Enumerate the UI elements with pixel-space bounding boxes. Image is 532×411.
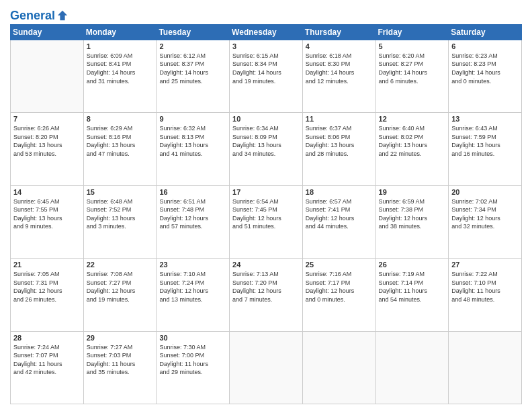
calendar-cell: 30Sunrise: 7:30 AM Sunset: 7:00 PM Dayli… — [157, 331, 230, 404]
day-info: Sunrise: 6:40 AM Sunset: 8:02 PM Dayligh… — [379, 124, 446, 158]
calendar-cell: 6Sunrise: 6:23 AM Sunset: 8:23 PM Daylig… — [449, 40, 522, 112]
day-info: Sunrise: 6:45 AM Sunset: 7:55 PM Dayligh… — [13, 197, 81, 231]
day-number: 4 — [306, 42, 373, 50]
day-number: 23 — [159, 261, 226, 269]
calendar-cell: 19Sunrise: 6:59 AM Sunset: 7:38 PM Dayli… — [375, 185, 449, 258]
day-number: 16 — [159, 188, 226, 196]
logo-text: General — [10, 9, 55, 23]
calendar-week-1: 1Sunrise: 6:09 AM Sunset: 8:41 PM Daylig… — [11, 40, 522, 112]
day-number: 21 — [13, 261, 81, 269]
day-number: 17 — [232, 188, 300, 196]
day-info: Sunrise: 6:51 AM Sunset: 7:48 PM Dayligh… — [159, 197, 226, 231]
day-number: 24 — [232, 261, 300, 269]
day-info: Sunrise: 6:18 AM Sunset: 8:30 PM Dayligh… — [306, 52, 373, 85]
day-info: Sunrise: 6:32 AM Sunset: 8:13 PM Dayligh… — [159, 124, 226, 158]
day-info: Sunrise: 7:27 AM Sunset: 7:03 PM Dayligh… — [87, 343, 154, 377]
calendar-cell: 16Sunrise: 6:51 AM Sunset: 7:48 PM Dayli… — [157, 185, 230, 258]
calendar-cell — [375, 331, 449, 404]
calendar-cell: 1Sunrise: 6:09 AM Sunset: 8:41 PM Daylig… — [83, 40, 157, 112]
day-info: Sunrise: 6:54 AM Sunset: 7:45 PM Dayligh… — [232, 197, 300, 231]
day-info: Sunrise: 6:23 AM Sunset: 8:23 PM Dayligh… — [451, 52, 519, 85]
day-info: Sunrise: 6:26 AM Sunset: 8:20 PM Dayligh… — [13, 124, 81, 158]
calendar-cell: 9Sunrise: 6:32 AM Sunset: 8:13 PM Daylig… — [157, 113, 230, 185]
day-number: 3 — [232, 42, 300, 50]
calendar-cell — [302, 331, 375, 404]
calendar-cell: 23Sunrise: 7:10 AM Sunset: 7:24 PM Dayli… — [157, 259, 230, 331]
day-info: Sunrise: 6:59 AM Sunset: 7:38 PM Dayligh… — [379, 197, 446, 231]
calendar-cell — [11, 40, 84, 112]
day-number: 27 — [451, 261, 519, 269]
calendar-cell: 12Sunrise: 6:40 AM Sunset: 8:02 PM Dayli… — [375, 113, 449, 185]
day-number: 22 — [87, 261, 154, 269]
day-number: 6 — [451, 42, 519, 50]
day-info: Sunrise: 6:12 AM Sunset: 8:37 PM Dayligh… — [159, 52, 226, 85]
day-info: Sunrise: 6:43 AM Sunset: 7:59 PM Dayligh… — [451, 124, 519, 158]
day-info: Sunrise: 6:29 AM Sunset: 8:16 PM Dayligh… — [87, 124, 154, 158]
calendar-table: SundayMondayTuesdayWednesdayThursdayFrid… — [10, 24, 522, 404]
day-number: 8 — [87, 115, 154, 123]
calendar-cell: 2Sunrise: 6:12 AM Sunset: 8:37 PM Daylig… — [157, 40, 230, 112]
day-info: Sunrise: 7:24 AM Sunset: 7:07 PM Dayligh… — [13, 343, 81, 377]
day-number: 29 — [87, 334, 154, 342]
day-number: 2 — [159, 42, 226, 50]
calendar-cell: 22Sunrise: 7:08 AM Sunset: 7:27 PM Dayli… — [83, 259, 157, 331]
weekday-header-sunday: Sunday — [11, 24, 84, 40]
day-number: 13 — [451, 115, 519, 123]
calendar-cell: 17Sunrise: 6:54 AM Sunset: 7:45 PM Dayli… — [230, 185, 303, 258]
day-number: 10 — [232, 115, 300, 123]
calendar-cell: 3Sunrise: 6:15 AM Sunset: 8:34 PM Daylig… — [230, 40, 303, 112]
calendar-cell: 11Sunrise: 6:37 AM Sunset: 8:06 PM Dayli… — [302, 113, 375, 185]
calendar-cell: 8Sunrise: 6:29 AM Sunset: 8:16 PM Daylig… — [83, 113, 157, 185]
day-number: 26 — [379, 261, 446, 269]
day-info: Sunrise: 7:08 AM Sunset: 7:27 PM Dayligh… — [87, 270, 154, 304]
calendar-cell — [230, 331, 303, 404]
day-info: Sunrise: 6:09 AM Sunset: 8:41 PM Dayligh… — [87, 52, 154, 85]
weekday-header-saturday: Saturday — [449, 24, 522, 40]
weekday-header-thursday: Thursday — [302, 24, 375, 40]
logo: General — [10, 9, 69, 20]
weekday-header-wednesday: Wednesday — [230, 24, 303, 40]
day-info: Sunrise: 7:16 AM Sunset: 7:17 PM Dayligh… — [306, 270, 373, 304]
calendar-cell: 18Sunrise: 6:57 AM Sunset: 7:41 PM Dayli… — [302, 185, 375, 258]
calendar-cell: 7Sunrise: 6:26 AM Sunset: 8:20 PM Daylig… — [11, 113, 84, 185]
day-info: Sunrise: 7:13 AM Sunset: 7:20 PM Dayligh… — [232, 270, 300, 304]
weekday-header-tuesday: Tuesday — [157, 24, 230, 40]
calendar-week-3: 14Sunrise: 6:45 AM Sunset: 7:55 PM Dayli… — [11, 185, 522, 258]
calendar-cell: 27Sunrise: 7:22 AM Sunset: 7:10 PM Dayli… — [449, 259, 522, 331]
calendar-header-row: SundayMondayTuesdayWednesdayThursdayFrid… — [11, 24, 522, 40]
day-number: 5 — [379, 42, 446, 50]
day-number: 15 — [87, 188, 154, 196]
day-info: Sunrise: 6:15 AM Sunset: 8:34 PM Dayligh… — [232, 52, 300, 85]
day-number: 12 — [379, 115, 446, 123]
calendar-cell: 15Sunrise: 6:48 AM Sunset: 7:52 PM Dayli… — [83, 185, 157, 258]
calendar-cell: 24Sunrise: 7:13 AM Sunset: 7:20 PM Dayli… — [230, 259, 303, 331]
day-info: Sunrise: 7:30 AM Sunset: 7:00 PM Dayligh… — [159, 343, 226, 377]
calendar-cell — [449, 331, 522, 404]
day-info: Sunrise: 7:10 AM Sunset: 7:24 PM Dayligh… — [159, 270, 226, 304]
day-number: 30 — [159, 334, 226, 342]
day-info: Sunrise: 7:05 AM Sunset: 7:31 PM Dayligh… — [13, 270, 81, 304]
calendar-cell: 10Sunrise: 6:34 AM Sunset: 8:09 PM Dayli… — [230, 113, 303, 185]
calendar-cell: 26Sunrise: 7:19 AM Sunset: 7:14 PM Dayli… — [375, 259, 449, 331]
day-number: 7 — [13, 115, 81, 123]
calendar-week-2: 7Sunrise: 6:26 AM Sunset: 8:20 PM Daylig… — [11, 113, 522, 185]
calendar-cell: 29Sunrise: 7:27 AM Sunset: 7:03 PM Dayli… — [83, 331, 157, 404]
logo-icon — [56, 9, 69, 21]
day-number: 9 — [159, 115, 226, 123]
header: General — [10, 7, 522, 20]
day-number: 18 — [306, 188, 373, 196]
calendar-cell: 4Sunrise: 6:18 AM Sunset: 8:30 PM Daylig… — [302, 40, 375, 112]
day-number: 14 — [13, 188, 81, 196]
calendar-cell: 13Sunrise: 6:43 AM Sunset: 7:59 PM Dayli… — [449, 113, 522, 185]
calendar-cell: 14Sunrise: 6:45 AM Sunset: 7:55 PM Dayli… — [11, 185, 84, 258]
calendar-cell: 21Sunrise: 7:05 AM Sunset: 7:31 PM Dayli… — [11, 259, 84, 331]
day-info: Sunrise: 6:48 AM Sunset: 7:52 PM Dayligh… — [87, 197, 154, 231]
day-info: Sunrise: 6:34 AM Sunset: 8:09 PM Dayligh… — [232, 124, 300, 158]
day-info: Sunrise: 7:02 AM Sunset: 7:34 PM Dayligh… — [451, 197, 519, 231]
day-info: Sunrise: 6:20 AM Sunset: 8:27 PM Dayligh… — [379, 52, 446, 85]
weekday-header-monday: Monday — [83, 24, 157, 40]
day-info: Sunrise: 7:22 AM Sunset: 7:10 PM Dayligh… — [451, 270, 519, 304]
day-number: 20 — [451, 188, 519, 196]
day-info: Sunrise: 7:19 AM Sunset: 7:14 PM Dayligh… — [379, 270, 446, 304]
calendar-cell: 28Sunrise: 7:24 AM Sunset: 7:07 PM Dayli… — [11, 331, 84, 404]
